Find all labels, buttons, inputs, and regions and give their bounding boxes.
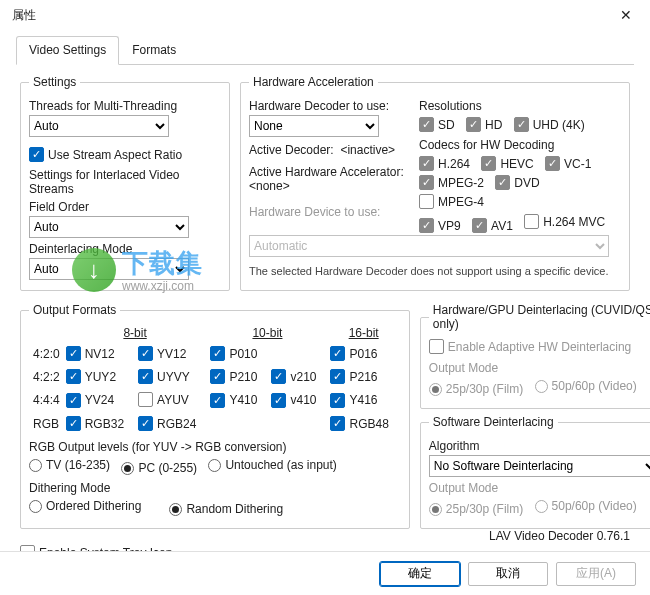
res-sd-checkbox[interactable]: SD: [419, 117, 455, 132]
algorithm-label: Algorithm: [429, 439, 650, 453]
hw-decoder-label: Hardware Decoder to use:: [249, 99, 409, 113]
dither-ordered-radio[interactable]: Ordered Dithering: [29, 499, 141, 513]
res-hd-checkbox[interactable]: HD: [466, 117, 502, 132]
codec-hevc-checkbox[interactable]: HEVC: [481, 156, 533, 171]
fmt-uyvy-checkbox[interactable]: UYVY: [138, 369, 190, 384]
hw-accel-group: Hardware Acceleration Hardware Decoder t…: [240, 75, 630, 291]
interlaced-label: Settings for Interlaced Video Streams: [29, 168, 221, 196]
active-accel-value: <none>: [249, 179, 409, 193]
active-decoder-value: <inactive>: [340, 143, 395, 157]
res-uhd-checkbox[interactable]: UHD (4K): [514, 117, 585, 132]
codecs-label: Codecs for HW Decoding: [419, 138, 621, 152]
gpu-deint-legend: Hardware/GPU Deinterlacing (CUVID/QS onl…: [429, 303, 650, 331]
ok-button[interactable]: 确定: [380, 562, 460, 586]
active-decoder-label: Active Decoder:: [249, 143, 334, 157]
sw-deint-group: Software Deinterlacing Algorithm No Soft…: [420, 415, 650, 529]
hw-note: The selected Hardware Decoder does not s…: [249, 265, 621, 277]
field-order-label: Field Order: [29, 200, 221, 214]
fmt-p010-checkbox[interactable]: P010: [210, 346, 257, 361]
tab-formats[interactable]: Formats: [119, 36, 189, 65]
threads-label: Threads for Multi-Threading: [29, 99, 221, 113]
enable-hw-deint-checkbox: Enable Adaptive HW Deinterlacing: [429, 339, 631, 354]
codec-vc1-checkbox[interactable]: VC-1: [545, 156, 591, 171]
fmt-rgb24-checkbox[interactable]: RGB24: [138, 416, 196, 431]
settings-legend: Settings: [29, 75, 80, 89]
codec-mpeg4-checkbox[interactable]: MPEG-4: [419, 194, 484, 209]
field-order-select[interactable]: Auto: [29, 216, 189, 238]
deint-mode-label: Deinterlacing Mode: [29, 242, 221, 256]
fmt-yv12-checkbox[interactable]: YV12: [138, 346, 186, 361]
fmt-y416-checkbox[interactable]: Y416: [330, 393, 377, 408]
threads-select[interactable]: Auto: [29, 115, 169, 137]
dither-random-radio[interactable]: Random Dithering: [169, 502, 283, 516]
fmt-p216-checkbox[interactable]: P216: [330, 369, 377, 384]
active-accel-label: Active Hardware Accelerator:: [249, 165, 409, 179]
fmt-p210-checkbox[interactable]: P210: [210, 369, 257, 384]
codec-h264mvc-checkbox[interactable]: H.264 MVC: [524, 214, 605, 229]
fmt-ayuv-checkbox[interactable]: AYUV: [138, 392, 189, 407]
hw-legend: Hardware Acceleration: [249, 75, 378, 89]
fmt-rgb32-checkbox[interactable]: RGB32: [66, 416, 124, 431]
gpu-25p-radio: 25p/30p (Film): [429, 382, 523, 396]
window-title: 属性: [8, 7, 610, 24]
resolutions-label: Resolutions: [419, 99, 621, 113]
gpu-50p-radio: 50p/60p (Video): [535, 379, 637, 393]
gpu-output-label: Output Mode: [429, 361, 650, 375]
fmt-yv24-checkbox[interactable]: YV24: [66, 393, 114, 408]
hw-decoder-select[interactable]: None: [249, 115, 379, 137]
fmt-v210-checkbox[interactable]: v210: [271, 369, 316, 384]
cancel-button[interactable]: 取消: [468, 562, 548, 586]
close-icon[interactable]: ✕: [610, 3, 642, 27]
rgb-untouched-radio[interactable]: Untouched (as input): [208, 458, 336, 472]
codec-dvd-checkbox[interactable]: DVD: [495, 175, 539, 190]
apply-button[interactable]: 应用(A): [556, 562, 636, 586]
sw-25p-radio: 25p/30p (Film): [429, 502, 523, 516]
rgb-levels-label: RGB Output levels (for YUV -> RGB conver…: [29, 440, 401, 454]
codec-vp9-checkbox[interactable]: VP9: [419, 218, 461, 233]
tabs: Video Settings Formats: [16, 36, 634, 65]
output-formats-group: Output Formats 8-bit10-bit16-bit 4:2:0 N…: [20, 303, 410, 529]
algorithm-select[interactable]: No Software Deinterlacing: [429, 455, 650, 477]
fmt-v410-checkbox[interactable]: v410: [271, 393, 316, 408]
hw-device-select: Automatic: [249, 235, 609, 257]
dithering-label: Dithering Mode: [29, 481, 401, 495]
sw-output-label: Output Mode: [429, 481, 650, 495]
fmt-p016-checkbox[interactable]: P016: [330, 346, 377, 361]
sw-50p-radio: 50p/60p (Video): [535, 499, 637, 513]
sw-deint-legend: Software Deinterlacing: [429, 415, 558, 429]
rgb-tv-radio[interactable]: TV (16-235): [29, 458, 110, 472]
codec-av1-checkbox[interactable]: AV1: [472, 218, 513, 233]
codec-mpeg2-checkbox[interactable]: MPEG-2: [419, 175, 484, 190]
gpu-deint-group: Hardware/GPU Deinterlacing (CUVID/QS onl…: [420, 303, 650, 409]
tab-video-settings[interactable]: Video Settings: [16, 36, 119, 65]
use-aspect-checkbox[interactable]: Use Stream Aspect Ratio: [29, 147, 182, 162]
version-label: LAV Video Decoder 0.76.1: [489, 529, 630, 543]
fmt-yuy2-checkbox[interactable]: YUY2: [66, 369, 116, 384]
rgb-pc-radio[interactable]: PC (0-255): [121, 461, 197, 475]
settings-group: Settings Threads for Multi-Threading Aut…: [20, 75, 230, 291]
output-formats-legend: Output Formats: [29, 303, 120, 317]
deint-mode-select[interactable]: Auto: [29, 258, 189, 280]
fmt-rgb48-checkbox[interactable]: RGB48: [330, 416, 388, 431]
fmt-y410-checkbox[interactable]: Y410: [210, 393, 257, 408]
fmt-nv12-checkbox[interactable]: NV12: [66, 346, 115, 361]
codec-h264-checkbox[interactable]: H.264: [419, 156, 470, 171]
hw-device-label: Hardware Device to use:: [249, 205, 409, 219]
